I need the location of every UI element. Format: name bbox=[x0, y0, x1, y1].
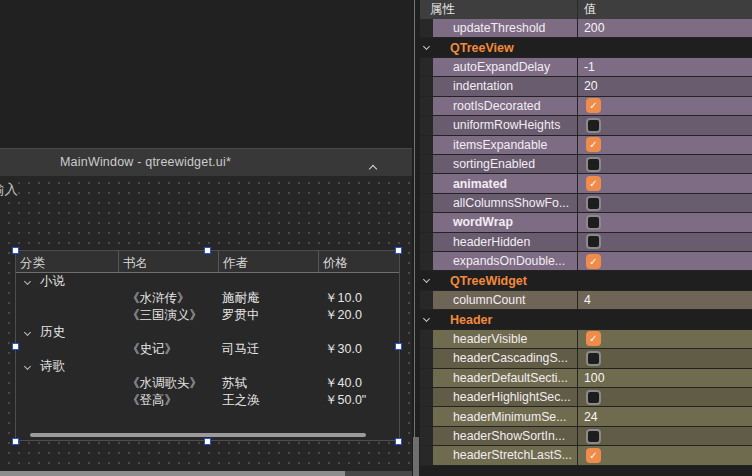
checkbox-unchecked[interactable] bbox=[586, 351, 601, 366]
property-value[interactable]: ✓ bbox=[578, 252, 752, 270]
property-value[interactable]: ✓ bbox=[578, 330, 752, 348]
splitter-line bbox=[414, 0, 415, 476]
resize-handle-bottom-left[interactable] bbox=[12, 438, 19, 445]
property-value[interactable] bbox=[578, 194, 752, 212]
property-value[interactable]: ✓ bbox=[578, 446, 752, 464]
checkbox-checked[interactable]: ✓ bbox=[586, 176, 601, 191]
group-expand-button[interactable] bbox=[420, 318, 433, 321]
property-row[interactable]: headerShowSortIn... bbox=[420, 427, 752, 446]
tree-group-row[interactable]: 历史 bbox=[16, 324, 399, 341]
tree-group-row[interactable]: 小说 bbox=[16, 273, 399, 290]
property-value[interactable]: ✓ bbox=[578, 136, 752, 154]
property-row[interactable]: autoExpandDelay-1 bbox=[420, 58, 752, 77]
checkbox-unchecked[interactable] bbox=[586, 157, 601, 172]
property-value[interactable] bbox=[578, 213, 752, 231]
property-value[interactable]: ✓ bbox=[578, 174, 752, 192]
checkbox-unchecked[interactable] bbox=[586, 118, 601, 133]
chevron-down-icon[interactable] bbox=[24, 278, 31, 285]
tree-column-header[interactable]: 书名 bbox=[119, 251, 219, 272]
tree-cell-price: ￥10.0 bbox=[319, 290, 399, 307]
property-value[interactable] bbox=[578, 116, 752, 134]
checkbox-unchecked[interactable] bbox=[586, 196, 601, 211]
group-expand-button[interactable] bbox=[420, 279, 433, 282]
property-row[interactable]: headerStretchLastS...✓ bbox=[420, 446, 752, 465]
collapse-button[interactable] bbox=[370, 158, 384, 170]
checkbox-unchecked[interactable] bbox=[586, 215, 601, 230]
property-row[interactable]: headerDefaultSecti...100 bbox=[420, 369, 752, 388]
property-row[interactable]: wordWrap bbox=[420, 213, 752, 232]
resize-handle-top-left[interactable] bbox=[12, 247, 19, 254]
property-value[interactable]: ✓ bbox=[578, 97, 752, 115]
checkbox-unchecked[interactable] bbox=[586, 234, 601, 249]
property-row[interactable]: headerHidden bbox=[420, 233, 752, 252]
property-row[interactable]: allColumnsShowFo... bbox=[420, 194, 752, 213]
property-row[interactable]: updateThreshold200 bbox=[420, 19, 752, 38]
property-value[interactable]: 24 bbox=[578, 407, 752, 425]
tree-item-row[interactable]: 《史记》司马迁￥30.0 bbox=[16, 341, 399, 358]
resize-handle-mid-right[interactable] bbox=[395, 343, 402, 350]
checkbox-checked[interactable]: ✓ bbox=[586, 254, 601, 269]
property-row[interactable]: indentation20 bbox=[420, 77, 752, 96]
property-row[interactable]: headerHighlightSec... bbox=[420, 388, 752, 407]
resize-handle-bottom-right[interactable] bbox=[395, 438, 402, 445]
row-gutter bbox=[420, 407, 433, 425]
qtreewidget-preview[interactable]: 分类书名作者价格 小说《水浒传》施耐庵￥10.0《三国演义》罗贯中￥20.0历史… bbox=[15, 250, 400, 441]
property-group-row[interactable]: QTreeWidget bbox=[420, 271, 752, 290]
property-value[interactable]: 200 bbox=[578, 19, 752, 37]
property-value[interactable]: -1 bbox=[578, 58, 752, 76]
property-label: headerCascadingS... bbox=[433, 349, 578, 367]
row-gutter bbox=[420, 97, 433, 115]
property-value[interactable] bbox=[578, 233, 752, 251]
property-row[interactable]: expandsOnDouble...✓ bbox=[420, 252, 752, 271]
tree-column-header[interactable]: 作者 bbox=[219, 251, 319, 272]
checkbox-checked[interactable]: ✓ bbox=[586, 448, 601, 463]
resize-handle-mid-left[interactable] bbox=[12, 343, 19, 350]
panel-splitter[interactable] bbox=[412, 0, 420, 476]
property-row[interactable]: animated✓ bbox=[420, 174, 752, 193]
form-canvas[interactable]: 输入 分类书名作者价格 小说《水浒传》施耐庵￥10.0《三国演义》罗贯中￥20.… bbox=[0, 176, 412, 476]
checkbox-unchecked[interactable] bbox=[586, 390, 601, 405]
mdi-window-titlebar[interactable]: MainWindow - qtreewidget.ui* bbox=[0, 148, 412, 176]
tree-item-row[interactable]: 《三国演义》罗贯中￥20.0 bbox=[16, 307, 399, 324]
resize-handle-top-center[interactable] bbox=[204, 247, 211, 254]
property-row[interactable]: headerVisible✓ bbox=[420, 330, 752, 349]
chevron-down-icon[interactable] bbox=[24, 329, 31, 336]
checkbox-checked[interactable]: ✓ bbox=[586, 331, 601, 346]
property-value[interactable]: 4 bbox=[578, 291, 752, 309]
tree-column-header[interactable]: 价格 bbox=[319, 251, 399, 272]
property-panel-scrollbar-handle[interactable] bbox=[413, 437, 419, 476]
property-row[interactable]: itemsExpandable✓ bbox=[420, 136, 752, 155]
property-row[interactable]: sortingEnabled bbox=[420, 155, 752, 174]
property-value[interactable]: 20 bbox=[578, 77, 752, 95]
property-row[interactable]: columnCount4 bbox=[420, 291, 752, 310]
tree-group-row[interactable]: 诗歌 bbox=[16, 358, 399, 375]
chevron-down-icon[interactable] bbox=[24, 363, 31, 370]
editor-horizontal-scrollbar[interactable] bbox=[0, 471, 412, 476]
tree-item-row[interactable]: 《水调歌头》苏轼￥40.0 bbox=[16, 375, 399, 392]
row-gutter bbox=[420, 291, 433, 309]
tree-horizontal-scrollbar[interactable] bbox=[30, 433, 366, 437]
property-row[interactable]: headerMinimumSe...24 bbox=[420, 407, 752, 426]
property-value[interactable] bbox=[578, 349, 752, 367]
checkbox-checked[interactable]: ✓ bbox=[586, 137, 601, 152]
property-row[interactable]: uniformRowHeights bbox=[420, 116, 752, 135]
resize-handle-bottom-center[interactable] bbox=[204, 438, 211, 445]
property-label: columnCount bbox=[433, 291, 578, 309]
property-value[interactable] bbox=[578, 427, 752, 445]
property-group-row[interactable]: QTreeView bbox=[420, 38, 752, 57]
editor-horizontal-scrollbar-handle[interactable] bbox=[0, 471, 345, 476]
property-value[interactable]: 100 bbox=[578, 369, 752, 387]
tree-item-row[interactable]: 《登高》王之涣￥50.0" bbox=[16, 392, 399, 409]
property-value[interactable] bbox=[578, 388, 752, 406]
property-row[interactable]: headerCascadingS... bbox=[420, 349, 752, 368]
checkbox-checked[interactable]: ✓ bbox=[586, 98, 601, 113]
property-group-row[interactable]: Header bbox=[420, 310, 752, 329]
property-row[interactable]: rootIsDecorated✓ bbox=[420, 97, 752, 116]
resize-handle-top-right[interactable] bbox=[395, 247, 402, 254]
tree-item-row[interactable]: 《水浒传》施耐庵￥10.0 bbox=[16, 290, 399, 307]
tree-column-header[interactable]: 分类 bbox=[16, 251, 119, 272]
property-value[interactable] bbox=[578, 155, 752, 173]
checkbox-unchecked[interactable] bbox=[586, 429, 601, 444]
group-expand-button[interactable] bbox=[420, 46, 433, 49]
tree-header-row[interactable]: 分类书名作者价格 bbox=[16, 251, 399, 273]
